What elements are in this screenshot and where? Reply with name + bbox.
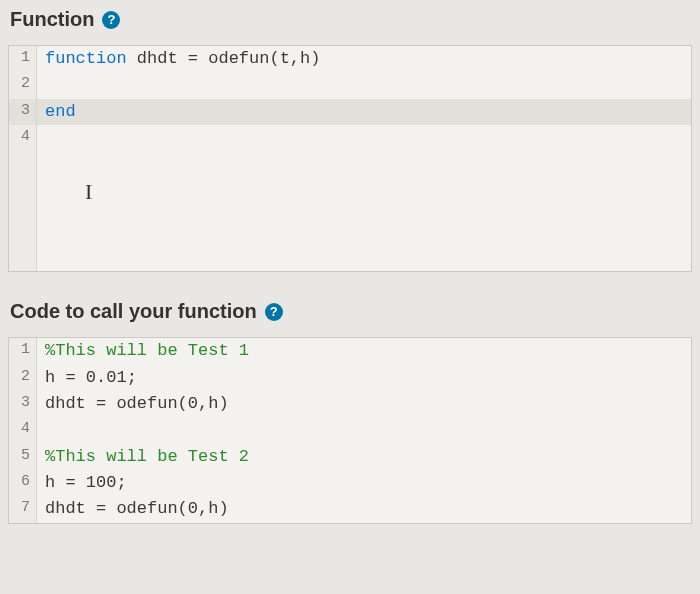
code-content[interactable] xyxy=(37,72,691,98)
code-content[interactable]: dhdt = odefun(0,h) xyxy=(37,391,691,417)
call-code-editor[interactable]: 1%This will be Test 12h = 0.01;3dhdt = o… xyxy=(8,337,692,523)
code-content[interactable]: h = 100; xyxy=(37,470,691,496)
line-number: 3 xyxy=(9,391,37,417)
text-cursor-icon: I xyxy=(85,175,92,209)
code-content[interactable]: %This will be Test 2 xyxy=(37,444,691,470)
code-line[interactable]: 6h = 100; xyxy=(9,470,691,496)
call-section-title: Code to call your function xyxy=(10,300,257,323)
code-content[interactable] xyxy=(37,125,691,151)
code-line[interactable]: 3end xyxy=(9,99,691,125)
editor-empty-area[interactable]: I xyxy=(9,151,691,271)
code-line[interactable]: 3dhdt = odefun(0,h) xyxy=(9,391,691,417)
code-line[interactable]: 5%This will be Test 2 xyxy=(9,444,691,470)
function-code-editor[interactable]: 1function dhdt = odefun(t,h)2 3end4 I xyxy=(8,45,692,272)
gutter xyxy=(9,151,37,271)
line-number: 6 xyxy=(9,470,37,496)
line-number: 4 xyxy=(9,125,37,151)
code-line[interactable]: 4 xyxy=(9,417,691,443)
code-content[interactable] xyxy=(37,417,691,443)
line-number: 2 xyxy=(9,365,37,391)
code-line[interactable]: 4 xyxy=(9,125,691,151)
code-content[interactable]: end xyxy=(37,99,691,125)
help-icon[interactable]: ? xyxy=(102,11,120,29)
code-line[interactable]: 7dhdt = odefun(0,h) xyxy=(9,496,691,522)
line-number: 1 xyxy=(9,46,37,72)
line-number: 5 xyxy=(9,444,37,470)
code-line[interactable]: 1function dhdt = odefun(t,h) xyxy=(9,46,691,72)
call-section-header: Code to call your function ? xyxy=(10,300,692,323)
code-line[interactable]: 2h = 0.01; xyxy=(9,365,691,391)
line-number: 2 xyxy=(9,72,37,98)
line-number: 3 xyxy=(9,99,37,125)
code-content[interactable]: function dhdt = odefun(t,h) xyxy=(37,46,691,72)
code-content[interactable]: h = 0.01; xyxy=(37,365,691,391)
code-line[interactable]: 1%This will be Test 1 xyxy=(9,338,691,364)
line-number: 4 xyxy=(9,417,37,443)
function-section-title: Function xyxy=(10,8,94,31)
function-section-header: Function ? xyxy=(10,8,692,31)
editor-content-area[interactable]: I xyxy=(37,151,691,271)
line-number: 1 xyxy=(9,338,37,364)
code-line[interactable]: 2 xyxy=(9,72,691,98)
code-content[interactable]: %This will be Test 1 xyxy=(37,338,691,364)
line-number: 7 xyxy=(9,496,37,522)
code-content[interactable]: dhdt = odefun(0,h) xyxy=(37,496,691,522)
help-icon[interactable]: ? xyxy=(265,303,283,321)
